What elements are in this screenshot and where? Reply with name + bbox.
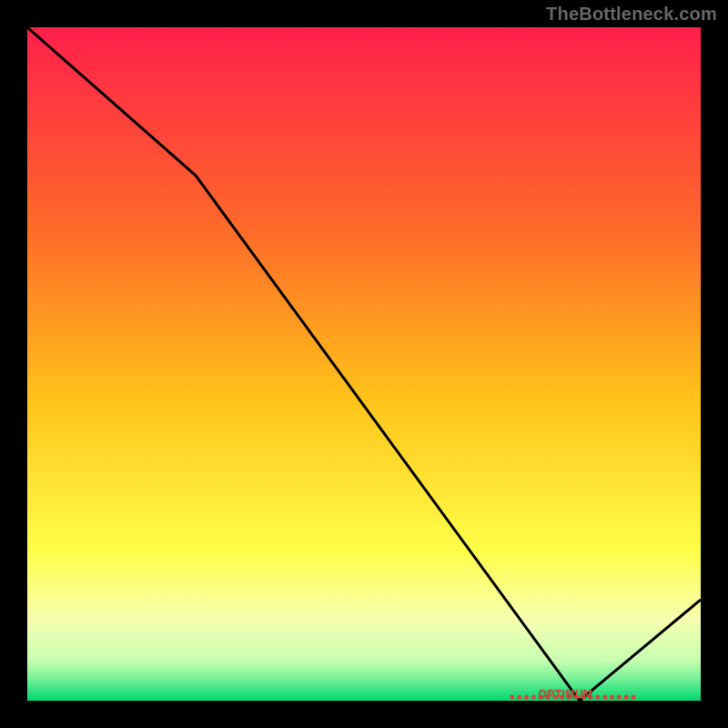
svg-point-14 — [610, 695, 614, 700]
svg-point-17 — [632, 695, 636, 700]
svg-point-3 — [531, 695, 536, 700]
chart-svg — [27, 27, 701, 701]
gradient-background — [27, 27, 701, 701]
svg-point-2 — [524, 695, 529, 700]
svg-point-15 — [617, 695, 622, 700]
chart-frame: TheBottleneck.com OPTIMUM — [0, 0, 728, 728]
svg-point-16 — [624, 695, 629, 700]
plot-area: OPTIMUM — [27, 27, 701, 701]
plot-inner — [27, 27, 701, 701]
svg-point-1 — [517, 695, 521, 700]
svg-point-12 — [595, 695, 600, 700]
optimal-label: OPTIMUM — [538, 688, 592, 701]
attribution-text: TheBottleneck.com — [546, 4, 717, 25]
svg-point-0 — [510, 695, 514, 700]
svg-point-13 — [602, 695, 607, 700]
